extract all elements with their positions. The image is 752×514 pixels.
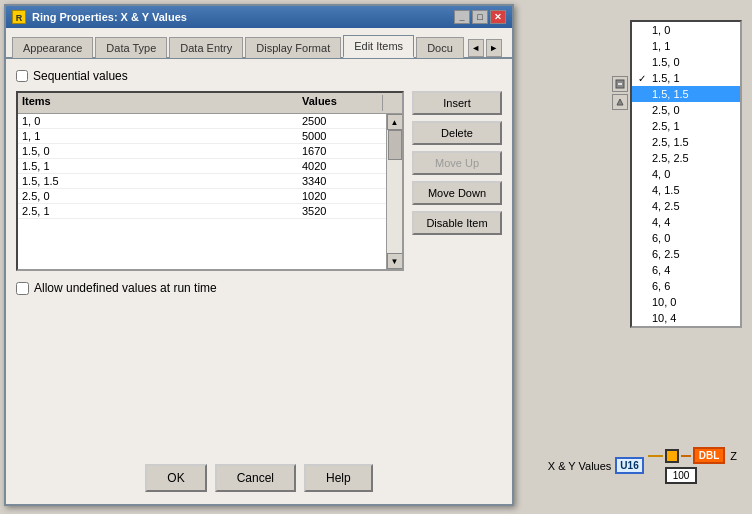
dropdown-item[interactable]: 6, 0 <box>632 230 740 246</box>
sequential-values-label: Sequential values <box>33 69 128 83</box>
tab-docu[interactable]: Docu <box>416 37 464 58</box>
table-section: Items Values 1, 0 2500 1, 1 500 <box>16 91 502 271</box>
dropdown-item[interactable]: 10, 4 <box>632 310 740 326</box>
help-button[interactable]: Help <box>304 464 373 492</box>
dropdown-item[interactable]: 4, 4 <box>632 214 740 230</box>
delete-button[interactable]: Delete <box>412 121 502 145</box>
cancel-button[interactable]: Cancel <box>215 464 296 492</box>
title-icon: R <box>12 10 26 24</box>
title-text: Ring Properties: X & Y Values <box>32 11 187 23</box>
maximize-button[interactable]: □ <box>472 10 488 24</box>
dropdown-item-selected[interactable]: 1.5, 1.5 <box>632 86 740 102</box>
vi-diagram-area: X & Y Values U16 DBL Z 100 <box>548 447 737 484</box>
dropdown-wrapper: 1, 0 1, 1 1.5, 0 ✓ 1.5, 1 1.5, 1.5 2.5, … <box>612 20 742 328</box>
vi-output-label: Z <box>730 450 737 462</box>
table-row[interactable]: 1.5, 1 4020 <box>18 159 386 174</box>
title-controls: _ □ ✕ <box>454 10 506 24</box>
close-button[interactable]: ✕ <box>490 10 506 24</box>
dialog-window: R Ring Properties: X & Y Values _ □ ✕ Ap… <box>4 4 514 506</box>
sequential-values-row: Sequential values <box>16 69 502 83</box>
dropdown-item[interactable]: 6, 2.5 <box>632 246 740 262</box>
vi-diagram: X & Y Values U16 DBL Z 100 <box>548 447 737 484</box>
allow-undefined-row: Allow undefined values at run time <box>16 281 502 295</box>
dropdown-item[interactable]: 6, 6 <box>632 278 740 294</box>
scroll-thumb[interactable] <box>388 130 402 160</box>
col-values-header: Values <box>302 95 382 111</box>
tab-prev-arrow[interactable]: ◄ <box>468 39 484 57</box>
move-up-button[interactable]: Move Up <box>412 151 502 175</box>
minimize-button[interactable]: _ <box>454 10 470 24</box>
table-header: Items Values <box>18 93 402 114</box>
vi-output-block: DBL <box>693 447 726 464</box>
title-bar: R Ring Properties: X & Y Values _ □ ✕ <box>6 6 512 28</box>
side-icons <box>612 76 628 110</box>
dropdown-item[interactable]: 2.5, 2.5 <box>632 150 740 166</box>
dropdown-item[interactable]: 1, 0 <box>632 22 740 38</box>
table-row[interactable]: 1.5, 0 1670 <box>18 144 386 159</box>
dropdown-item[interactable]: 6, 4 <box>632 262 740 278</box>
tabs-container: Appearance Data Type Data Entry Display … <box>6 28 512 59</box>
tab-display-format[interactable]: Display Format <box>245 37 341 58</box>
insert-button[interactable]: Insert <box>412 91 502 115</box>
right-panel: 1, 0 1, 1 1.5, 0 ✓ 1.5, 1 1.5, 1.5 2.5, … <box>612 20 742 328</box>
tab-appearance[interactable]: Appearance <box>12 37 93 58</box>
table-row[interactable]: 1.5, 1.5 3340 <box>18 174 386 189</box>
tab-edit-items[interactable]: Edit Items <box>343 35 414 58</box>
scroll-down-arrow[interactable]: ▼ <box>387 253 403 269</box>
content-area: Sequential values Items Values 1, 0 2500 <box>6 59 512 305</box>
table-body: 1, 0 2500 1, 1 5000 1.5, 0 1670 1.5, 1 <box>18 114 386 269</box>
items-table: Items Values 1, 0 2500 1, 1 500 <box>16 91 404 271</box>
vi-constant: 100 <box>665 467 698 484</box>
tab-nav: ◄ ► <box>468 39 504 57</box>
disable-item-button[interactable]: Disable Item <box>412 211 502 235</box>
vi-arrow-block <box>665 449 679 463</box>
vi-label: X & Y Values <box>548 460 612 472</box>
table-scrollbar[interactable]: ▲ ▼ <box>386 114 402 269</box>
dropdown-item[interactable]: 1, 1 <box>632 38 740 54</box>
action-buttons: Insert Delete Move Up Move Down Disable … <box>412 91 502 271</box>
svg-marker-2 <box>617 99 623 105</box>
allow-undefined-checkbox[interactable] <box>16 282 29 295</box>
ok-button[interactable]: OK <box>145 464 206 492</box>
tab-data-entry[interactable]: Data Entry <box>169 37 243 58</box>
dropdown-item[interactable]: 2.5, 1.5 <box>632 134 740 150</box>
vi-wire-mid <box>681 455 691 457</box>
col-items-header: Items <box>22 95 302 111</box>
vi-terminal: U16 <box>620 460 638 471</box>
table-row[interactable]: 2.5, 0 1020 <box>18 189 386 204</box>
table-row[interactable]: 1, 1 5000 <box>18 129 386 144</box>
vi-wire-left <box>648 455 663 457</box>
dropdown-item[interactable]: 1.5, 0 <box>632 54 740 70</box>
table-row[interactable]: 2.5, 1 3520 <box>18 204 386 219</box>
side-icon-bottom[interactable] <box>612 94 628 110</box>
dropdown-item[interactable]: 10, 0 <box>632 294 740 310</box>
dropdown-item[interactable]: 2.5, 1 <box>632 118 740 134</box>
dropdown-item[interactable]: 4, 1.5 <box>632 182 740 198</box>
dropdown-item[interactable]: ✓ 1.5, 1 <box>632 70 740 86</box>
allow-undefined-label: Allow undefined values at run time <box>34 281 217 295</box>
table-row[interactable]: 1, 0 2500 <box>18 114 386 129</box>
tab-next-arrow[interactable]: ► <box>486 39 502 57</box>
dropdown-item[interactable]: 2.5, 0 <box>632 102 740 118</box>
dropdown-item[interactable]: 4, 0 <box>632 166 740 182</box>
tab-data-type[interactable]: Data Type <box>95 37 167 58</box>
move-down-button[interactable]: Move Down <box>412 181 502 205</box>
bottom-buttons: OK Cancel Help <box>6 464 512 492</box>
dropdown-item[interactable]: 4, 2.5 <box>632 198 740 214</box>
side-icon-top[interactable] <box>612 76 628 92</box>
sequential-values-checkbox[interactable] <box>16 70 28 82</box>
scroll-up-arrow[interactable]: ▲ <box>387 114 403 130</box>
scroll-track[interactable] <box>387 130 402 253</box>
dropdown-list: 1, 0 1, 1 1.5, 0 ✓ 1.5, 1 1.5, 1.5 2.5, … <box>630 20 742 328</box>
